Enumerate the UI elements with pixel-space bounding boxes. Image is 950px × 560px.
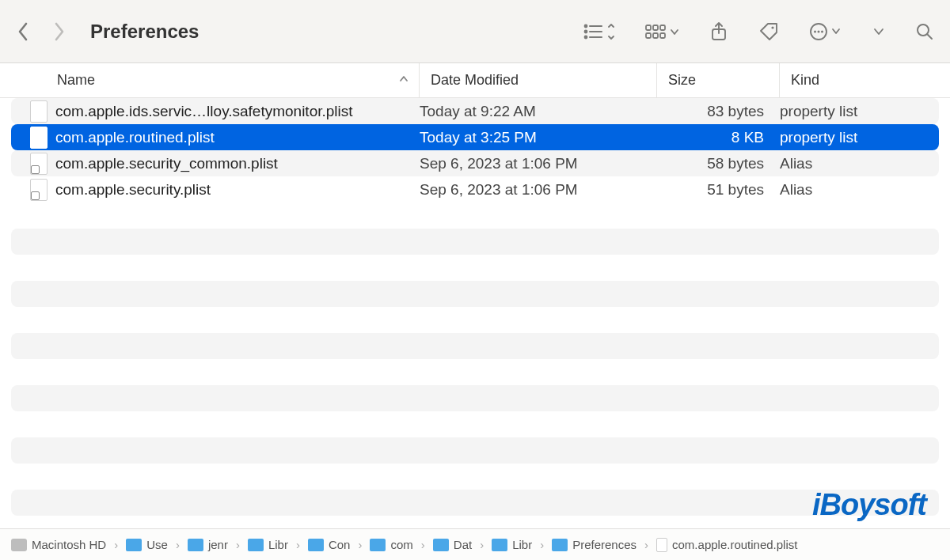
file-row[interactable]: com.apple.security_common.plistSep 6, 20… — [11, 150, 939, 176]
disk-icon — [11, 539, 27, 551]
file-row[interactable]: com.apple.routined.plistToday at 3:25 PM… — [11, 124, 939, 150]
empty-row — [11, 333, 939, 359]
path-segment[interactable]: jenr — [188, 538, 228, 551]
folder-icon — [248, 539, 264, 551]
svg-point-13 — [771, 26, 773, 28]
watermark: iBoysoft — [812, 488, 926, 522]
path-segment[interactable]: Dat — [433, 538, 472, 551]
path-segment[interactable]: Con — [308, 538, 351, 551]
folder-icon — [188, 539, 203, 551]
file-date: Sep 6, 2023 at 1:06 PM — [420, 181, 657, 199]
file-list: com.apple.ids.servic…lloy.safetymonitor.… — [0, 98, 950, 528]
svg-rect-11 — [660, 33, 665, 38]
file-size: 58 bytes — [657, 155, 780, 172]
file-kind: Alias — [780, 155, 939, 172]
path-bar: Macintosh HD›Use›jenr›Libr›Con›com›Dat›L… — [0, 528, 950, 560]
path-label: com — [390, 538, 412, 551]
path-label: Libr — [268, 538, 288, 551]
path-label: Macintosh HD — [32, 538, 106, 551]
column-kind[interactable]: Kind — [780, 63, 950, 97]
path-separator-icon: › — [644, 538, 648, 551]
svg-point-0 — [585, 25, 587, 27]
svg-rect-7 — [653, 25, 658, 30]
path-separator-icon: › — [540, 538, 544, 551]
path-separator-icon: › — [236, 538, 240, 551]
path-label: Dat — [454, 538, 472, 551]
column-header: Name Date Modified Size Kind — [0, 63, 950, 98]
path-label: Preferences — [572, 538, 636, 551]
path-segment[interactable]: com — [370, 538, 412, 551]
file-kind: property list — [780, 129, 939, 146]
svg-point-16 — [818, 30, 820, 32]
column-date[interactable]: Date Modified — [420, 63, 657, 97]
empty-row — [11, 490, 939, 516]
folder-icon — [552, 539, 568, 551]
file-icon — [30, 153, 48, 175]
file-date: Today at 9:22 AM — [420, 103, 657, 120]
column-name[interactable]: Name — [0, 63, 420, 97]
path-segment[interactable]: Libr — [492, 538, 532, 551]
view-list-icon[interactable] — [583, 22, 614, 41]
share-icon[interactable] — [709, 21, 728, 42]
group-icon[interactable] — [644, 22, 679, 41]
path-separator-icon: › — [296, 538, 300, 551]
sort-ascending-icon — [398, 72, 409, 89]
empty-row — [11, 385, 939, 411]
folder-icon — [433, 539, 449, 551]
file-size: 8 KB — [657, 129, 780, 146]
file-kind: Alias — [780, 181, 939, 199]
empty-row — [11, 437, 939, 464]
file-kind: property list — [780, 103, 939, 120]
path-separator-icon: › — [358, 538, 362, 551]
svg-rect-10 — [653, 33, 658, 38]
svg-rect-6 — [646, 25, 651, 30]
path-segment[interactable]: com.apple.routined.plist — [656, 538, 797, 552]
empty-row — [11, 281, 939, 307]
folder-icon — [126, 539, 142, 551]
svg-point-2 — [585, 30, 587, 32]
svg-point-17 — [821, 30, 823, 32]
file-row[interactable]: com.apple.security.plistSep 6, 2023 at 1… — [11, 176, 939, 202]
path-segment[interactable]: Preferences — [552, 538, 636, 551]
file-icon — [30, 179, 48, 201]
path-separator-icon: › — [176, 538, 180, 551]
file-date: Today at 3:25 PM — [420, 129, 657, 146]
folder-icon — [370, 539, 386, 551]
path-segment[interactable]: Macintosh HD — [11, 538, 106, 551]
file-name: com.apple.security_common.plist — [55, 155, 278, 172]
path-label: com.apple.routined.plist — [672, 538, 797, 551]
folder-icon — [308, 539, 324, 551]
file-row[interactable]: com.apple.ids.servic…lloy.safetymonitor.… — [11, 98, 939, 124]
action-menu-icon[interactable] — [809, 21, 842, 42]
back-button[interactable] — [16, 21, 30, 43]
path-segment[interactable]: Libr — [248, 538, 288, 551]
tag-icon[interactable] — [758, 21, 779, 42]
chevron-down-icon[interactable] — [872, 25, 885, 38]
toolbar: Preferences — [0, 0, 950, 63]
path-label: Libr — [512, 538, 532, 551]
file-name: com.apple.security.plist — [55, 181, 211, 199]
folder-icon — [492, 539, 507, 551]
column-size[interactable]: Size — [657, 63, 780, 97]
search-icon[interactable] — [915, 22, 934, 41]
svg-line-19 — [927, 34, 932, 39]
path-segment[interactable]: Use — [126, 538, 168, 551]
svg-point-4 — [585, 36, 587, 38]
svg-rect-8 — [660, 25, 665, 30]
window-title: Preferences — [90, 21, 199, 43]
path-separator-icon: › — [421, 538, 425, 551]
file-size: 83 bytes — [657, 103, 780, 120]
file-icon — [656, 538, 667, 552]
forward-button[interactable] — [52, 21, 66, 43]
file-name: com.apple.routined.plist — [55, 129, 215, 146]
path-label: jenr — [208, 538, 228, 551]
file-icon — [30, 127, 48, 149]
svg-point-15 — [814, 30, 816, 32]
file-size: 51 bytes — [657, 181, 780, 199]
path-label: Use — [146, 538, 168, 551]
path-label: Con — [329, 538, 351, 551]
file-name: com.apple.ids.servic…lloy.safetymonitor.… — [55, 103, 353, 120]
path-separator-icon: › — [480, 538, 484, 551]
file-icon — [30, 100, 48, 123]
empty-row — [11, 229, 939, 255]
